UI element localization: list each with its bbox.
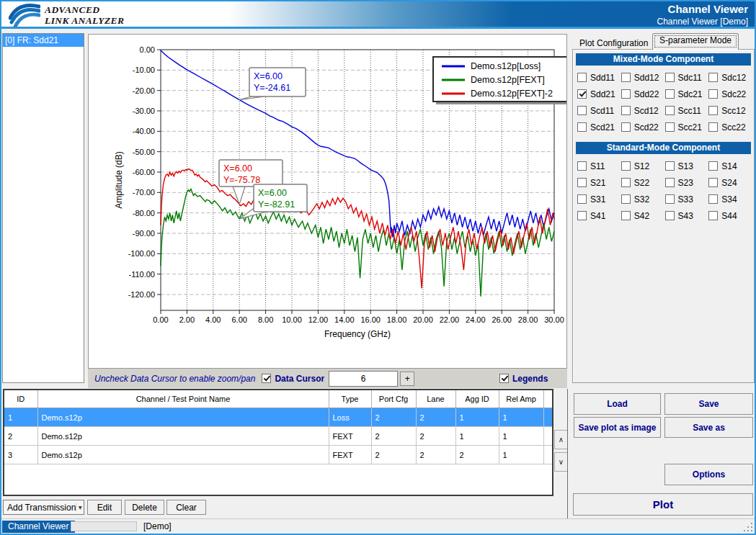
checkbox-cell-Sdc12: Sdc12 — [708, 69, 752, 86]
column-header[interactable] — [543, 390, 552, 408]
table-cell: 2 — [4, 427, 37, 446]
column-header[interactable]: Port Cfg — [371, 390, 416, 408]
sparameter-chart[interactable]: 0.00-10.00-20.00-30.00-40.00-50.00-60.00… — [89, 35, 566, 368]
checkbox-S42[interactable] — [621, 211, 631, 220]
clear-button[interactable]: Clear — [166, 500, 206, 515]
checkbox-cell-Sdc11: Sdc11 — [665, 69, 709, 86]
window-titles: Channel Viewer Channel Viewer [Demo] — [657, 3, 748, 27]
table-cell — [543, 446, 552, 464]
checkbox-Scc22[interactable] — [708, 122, 718, 132]
checkbox-S31[interactable] — [577, 194, 587, 204]
column-header[interactable]: Lane — [416, 390, 455, 408]
options-button[interactable]: Options — [664, 464, 753, 485]
checkbox-Sdc11[interactable] — [665, 73, 675, 82]
save-button[interactable]: Save — [664, 393, 753, 415]
checkbox-S13[interactable] — [665, 161, 675, 171]
table-row[interactable]: 3Demo.s12pFEXT2221 — [4, 446, 552, 464]
checkbox-cell-S31: S31 — [577, 191, 621, 207]
edit-button[interactable]: Edit — [87, 500, 122, 515]
checkbox-S23[interactable] — [665, 178, 675, 187]
table-cell: Loss — [329, 408, 371, 427]
channel-table[interactable]: IDChannel / Test Point NameTypePort CfgL… — [3, 389, 553, 496]
checkbox-S14[interactable] — [708, 161, 718, 171]
checkbox-S33[interactable] — [665, 194, 675, 204]
checkbox-Scd21[interactable] — [577, 122, 587, 132]
chart-legend: Demo.s12p[Loss]Demo.s12p[FEXT]Demo.s12p[… — [433, 57, 566, 104]
svg-text:Y=-24.61: Y=-24.61 — [254, 83, 290, 93]
tab-s-parameter-mode[interactable]: S-parameter Mode — [652, 33, 739, 50]
column-header[interactable]: ID — [4, 390, 37, 408]
checkbox-S32[interactable] — [621, 194, 631, 204]
svg-text:14.00: 14.00 — [334, 315, 355, 324]
checkbox-Sdd12[interactable] — [621, 73, 631, 82]
save-as-button[interactable]: Save as — [664, 417, 753, 438]
data-cursor-checkbox[interactable] — [262, 374, 271, 383]
checkbox-S11[interactable] — [577, 161, 587, 171]
checkbox-Scd22[interactable] — [621, 122, 631, 132]
brand: ADVANCED LINK ANALYZER — [9, 3, 124, 27]
checkbox-Scc11[interactable] — [665, 106, 675, 115]
checkbox-Sdc22[interactable] — [708, 89, 718, 99]
checkbox-label-Scd22: Scd22 — [634, 122, 659, 132]
load-button[interactable]: Load — [574, 393, 661, 415]
checkbox-S24[interactable] — [708, 178, 718, 187]
panel-divider — [567, 389, 568, 518]
checkbox-Scc12[interactable] — [708, 106, 718, 115]
table-cell: FEXT — [329, 427, 371, 446]
table-row[interactable]: 2Demo.s12pFEXT2211 — [4, 427, 552, 446]
checkbox-S22[interactable] — [621, 178, 631, 187]
svg-text:-100.00: -100.00 — [128, 249, 155, 258]
checkbox-S43[interactable] — [665, 211, 675, 220]
table-row[interactable]: 1Demo.s12pLoss2211 — [4, 408, 552, 427]
column-header[interactable]: Channel / Test Point Name — [37, 390, 329, 408]
checkbox-S41[interactable] — [577, 211, 587, 220]
checkbox-Scd11[interactable] — [577, 106, 587, 115]
cursor-increment-button[interactable]: + — [400, 372, 414, 386]
checkbox-S34[interactable] — [708, 194, 718, 204]
table-cell: 2 — [416, 408, 455, 427]
list-item[interactable]: [0] FR: Sdd21 — [3, 34, 84, 47]
resize-grip-icon[interactable] — [744, 523, 752, 531]
column-header[interactable]: Rel Amp — [499, 390, 543, 408]
column-header[interactable]: Agg ID — [455, 390, 499, 408]
data-cursor-input[interactable] — [329, 371, 398, 387]
result-listbox[interactable]: [0] FR: Sdd21 — [2, 33, 84, 383]
row-down-button[interactable]: ∨ — [554, 452, 568, 472]
checkbox-S21[interactable] — [577, 178, 587, 187]
svg-text:16.00: 16.00 — [360, 315, 381, 324]
checkbox-S12[interactable] — [621, 161, 631, 171]
svg-text:-110.00: -110.00 — [129, 270, 156, 279]
checkbox-Sdd22[interactable] — [621, 89, 631, 99]
cursor-annotation[interactable]: X=6.00Y=-24.61 — [239, 68, 306, 100]
table-cell: 2 — [416, 427, 455, 446]
legends-checkbox[interactable] — [499, 374, 509, 383]
checkbox-Sdc21[interactable] — [665, 89, 675, 99]
svg-text:-90.00: -90.00 — [133, 229, 155, 238]
svg-text:Y=-75.78: Y=-75.78 — [223, 175, 260, 185]
row-up-button[interactable]: ∧ — [554, 430, 568, 449]
save-plot-as-image-button[interactable]: Save plot as image — [574, 417, 661, 438]
checkbox-S44[interactable] — [708, 211, 718, 220]
checkbox-label-S23: S23 — [678, 178, 693, 188]
svg-text:Frequency (GHz): Frequency (GHz) — [324, 329, 391, 339]
checkbox-label-S32: S32 — [634, 194, 649, 204]
checkbox-Sdd11[interactable] — [577, 73, 587, 82]
standard-mode-grid: S11S12S13S14S21S22S23S24S31S32S33S34S41S… — [573, 156, 754, 225]
tab-plot-configuration[interactable]: Plot Configuration — [575, 37, 652, 50]
svg-text:12.00: 12.00 — [308, 315, 329, 324]
plot-button[interactable]: Plot — [573, 493, 753, 516]
svg-text:-60.00: -60.00 — [133, 168, 155, 176]
add-transmission-dropdown[interactable]: Add Transmission ▾ — [3, 500, 84, 515]
checkbox-Sdc12[interactable] — [708, 73, 718, 82]
checkbox-cell-S43: S43 — [665, 207, 709, 224]
channel-viewer-window: ADVANCED LINK ANALYZER Channel Viewer Ch… — [0, 0, 756, 535]
checkbox-Scd12[interactable] — [621, 106, 631, 115]
checkbox-Scc21[interactable] — [665, 122, 675, 132]
checkbox-Sdd21[interactable] — [577, 89, 587, 99]
column-header[interactable]: Type — [329, 390, 371, 408]
table-cell: 1 — [455, 427, 499, 446]
delete-button[interactable]: Delete — [125, 500, 164, 515]
svg-text:Demo.s12p[FEXT]: Demo.s12p[FEXT] — [471, 75, 545, 85]
legends-group: Legends — [499, 374, 552, 384]
svg-text:-70.00: -70.00 — [133, 188, 155, 197]
